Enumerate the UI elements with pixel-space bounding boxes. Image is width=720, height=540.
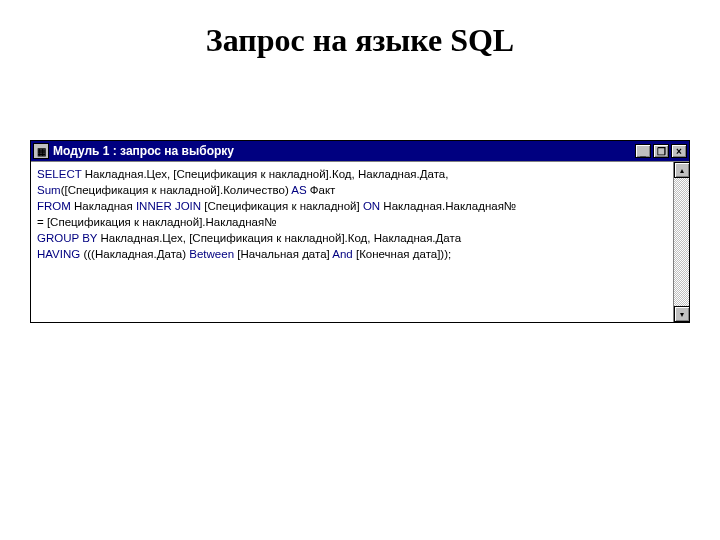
title-bar[interactable]: ▦ Модуль 1 : запрос на выборку _ ❐ × bbox=[31, 141, 689, 161]
slide-root: Запрос на языке SQL ▦ Модуль 1 : запрос … bbox=[0, 0, 720, 540]
window-controls: _ ❐ × bbox=[633, 144, 687, 158]
query-window: ▦ Модуль 1 : запрос на выборку _ ❐ × SEL… bbox=[30, 140, 690, 323]
sql-line: Sum([Спецификация к накладной].Количеств… bbox=[37, 182, 667, 198]
scroll-down-icon[interactable]: ▾ bbox=[674, 306, 690, 322]
slide-title: Запрос на языке SQL bbox=[0, 0, 720, 99]
restore-button[interactable]: ❐ bbox=[653, 144, 669, 158]
close-button[interactable]: × bbox=[671, 144, 687, 158]
sql-editor[interactable]: SELECT Накладная.Цех, [Спецификация к на… bbox=[31, 162, 673, 322]
window-title: Модуль 1 : запрос на выборку bbox=[53, 144, 633, 158]
window-icon: ▦ bbox=[33, 143, 49, 159]
sql-line: FROM Накладная INNER JOIN [Спецификация … bbox=[37, 198, 667, 214]
sql-line: = [Спецификация к накладной].Накладная№ bbox=[37, 214, 667, 230]
vertical-scrollbar[interactable]: ▴ ▾ bbox=[673, 162, 689, 322]
sql-line: GROUP BY Накладная.Цех, [Спецификация к … bbox=[37, 230, 667, 246]
sql-line: SELECT Накладная.Цех, [Спецификация к на… bbox=[37, 166, 667, 182]
sql-line: HAVING (((Накладная.Дата) Between [Начал… bbox=[37, 246, 667, 262]
content-area: SELECT Накладная.Цех, [Спецификация к на… bbox=[31, 161, 689, 322]
scroll-track[interactable] bbox=[674, 178, 689, 306]
minimize-button[interactable]: _ bbox=[635, 144, 651, 158]
scroll-up-icon[interactable]: ▴ bbox=[674, 162, 690, 178]
